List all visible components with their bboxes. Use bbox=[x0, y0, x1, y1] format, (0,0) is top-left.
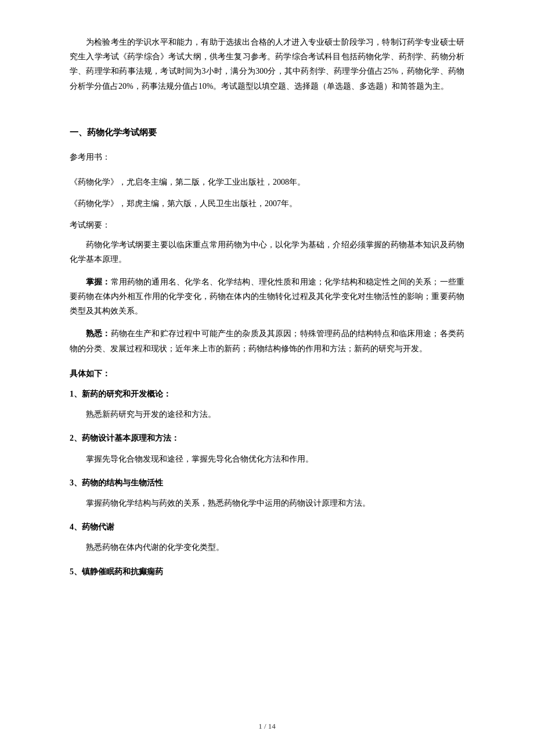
master-paragraph: 掌握：常用药物的通用名、化学名、化学结构、理化性质和用途；化学结构和稳定性之间的… bbox=[70, 275, 464, 319]
master-label: 掌握： bbox=[86, 278, 111, 286]
section1-title: 一、药物化学考试纲要 bbox=[70, 125, 464, 141]
item-5-title: 5、镇静催眠药和抗癫痫药 bbox=[70, 564, 464, 579]
item-3-content: 掌握药物化学结构与药效的关系，熟悉药物化学中运用的药物设计原理和方法。 bbox=[70, 496, 464, 510]
item-2-label: 药物设计基本原理和方法： bbox=[82, 434, 179, 442]
page-indicator: 1 / 14 bbox=[258, 722, 276, 730]
item-5-number: 5、 bbox=[70, 567, 82, 576]
item-3-title: 3、药物的结构与生物活性 bbox=[70, 476, 464, 490]
ref-book-1: 《药物化学》，尤启冬主编，第二版，化学工业出版社，2008年。 bbox=[70, 175, 464, 189]
master-text: 常用药物的通用名、化学名、化学结构、理化性质和用途；化学结构和稳定性之间的关系；… bbox=[70, 278, 464, 315]
item-3-number: 3、 bbox=[70, 478, 82, 487]
outline-intro: 药物化学考试纲要主要以临床重点常用药物为中心，以化学为基础，介绍必须掌握的药物基… bbox=[70, 237, 464, 267]
item-1-number: 1、 bbox=[70, 390, 82, 398]
item-2-title: 2、药物设计基本原理和方法： bbox=[70, 431, 464, 445]
familiar-text: 药物在生产和贮存过程中可能产生的杂质及其原因；特殊管理药品的结构特点和临床用途；… bbox=[70, 329, 464, 352]
item-2-number: 2、 bbox=[70, 434, 82, 442]
ref-book-2: 《药物化学》，郑虎主编，第六版，人民卫生出版社，2007年。 bbox=[70, 196, 464, 211]
familiar-label: 熟悉： bbox=[86, 329, 111, 338]
item-1-label: 新药的研究和开发概论： bbox=[82, 390, 171, 398]
ref-label: 参考用书： bbox=[70, 150, 464, 164]
page-container: 为检验考生的学识水平和能力，有助于选拔出合格的人才进入专业硕士阶段学习，特制订药… bbox=[0, 0, 534, 756]
intro-paragraph: 为检验考生的学识水平和能力，有助于选拔出合格的人才进入专业硕士阶段学习，特制订药… bbox=[70, 35, 464, 93]
item-2-content: 掌握先导化合物发现和途径，掌握先导化合物优化方法和作用。 bbox=[70, 452, 464, 466]
item-3-label: 药物的结构与生物活性 bbox=[82, 478, 163, 487]
item-4-title: 4、药物代谢 bbox=[70, 520, 464, 534]
page-footer: 1 / 14 bbox=[0, 719, 534, 733]
item-4-content: 熟悉药物在体内代谢的化学变化类型。 bbox=[70, 540, 464, 555]
outline-label: 考试纲要： bbox=[70, 218, 464, 232]
familiar-paragraph: 熟悉：药物在生产和贮存过程中可能产生的杂质及其原因；特殊管理药品的结构特点和临床… bbox=[70, 326, 464, 355]
item-4-number: 4、 bbox=[70, 523, 82, 531]
item-1-content: 熟悉新药研究与开发的途径和方法。 bbox=[70, 407, 464, 422]
detail-intro: 具体如下： bbox=[70, 366, 464, 381]
item-1-title: 1、新药的研究和开发概论： bbox=[70, 387, 464, 401]
item-4-label: 药物代谢 bbox=[82, 523, 114, 531]
item-5-label: 镇静催眠药和抗癫痫药 bbox=[82, 567, 163, 576]
